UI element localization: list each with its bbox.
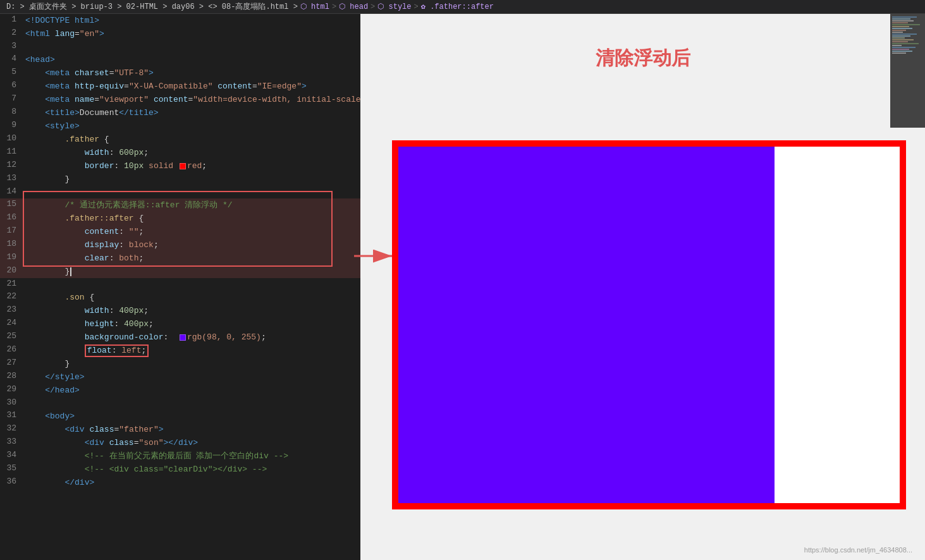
code-line-21: 21 (0, 278, 360, 291)
code-line-31: 31 <body> (0, 410, 360, 423)
code-line-23: 23 width: 400px; (0, 304, 360, 317)
code-line-4: 4 <head> (0, 53, 360, 66)
code-line-27: 27 } (0, 357, 360, 370)
code-line-32: 32 <div class="father"> (0, 423, 360, 436)
code-line-3: 3 (0, 40, 360, 53)
code-line-22: 22 .son { (0, 291, 360, 304)
code-line-24: 24 height: 400px; (0, 317, 360, 331)
code-line-36: 36 </div> (0, 476, 360, 489)
code-line-28: 28 </style> (0, 370, 360, 384)
preview-title: 清除浮动后 (596, 46, 690, 71)
minimap (890, 14, 925, 128)
code-line-34: 34 <!-- 在当前父元素的最后面 添加一个空白的div --> (0, 449, 360, 463)
preview-panel: 清除浮动后 https://blog.csdn.net/jm_4634808..… (360, 14, 925, 560)
code-line-10: 10 .father { (0, 133, 360, 146)
code-lines: 1 <!DOCTYPE html> 2 <html lang="en"> 3 4… (0, 14, 360, 489)
code-line-12: 12 border: 10px solid red; (0, 159, 360, 173)
arrow-right-container (351, 247, 401, 265)
code-line-20: 20 } (0, 265, 360, 278)
code-line-1: 1 <!DOCTYPE html> (0, 14, 360, 27)
main-area: 1 <!DOCTYPE html> 2 <html lang="en"> 3 4… (0, 14, 925, 560)
code-line-9: 9 <style> (0, 119, 360, 133)
son-box (398, 147, 775, 503)
breadcrumb-html: ⬡ html (300, 2, 329, 11)
breadcrumb-text: D: > 桌面文件夹 > briup-3 > 02-HTML > day06 >… (6, 1, 298, 12)
arrow-right-icon (351, 247, 401, 265)
code-line-17: 17 content: ""; (0, 225, 360, 238)
rendered-preview (392, 140, 906, 509)
code-line-25: 25 background-color: rgb(98, 0, 255); (0, 331, 360, 344)
breadcrumb: D: > 桌面文件夹 > briup-3 > 02-HTML > day06 >… (0, 0, 925, 14)
code-line-11: 11 width: 600px; (0, 146, 360, 159)
code-line-16: 16 .father::after { (0, 212, 360, 225)
code-line-18: 18 display: block; (0, 238, 360, 252)
breadcrumb-selector: ✿ .father::after (421, 2, 494, 11)
code-line-26: 26 float: left; (0, 344, 360, 357)
watermark: https://blog.csdn.net/jm_4634808... (804, 546, 912, 554)
code-line-2: 2 <html lang="en"> (0, 27, 360, 40)
code-line-13: 13 } (0, 173, 360, 186)
code-line-5: 5 <meta charset="UTF-8"> (0, 66, 360, 80)
code-line-29: 29 </head> (0, 384, 360, 397)
code-line-8: 8 <title>Document</title> (0, 106, 360, 119)
code-line-15: 15 /* 通过伪元素选择器::after 清除浮动 */ (0, 198, 360, 212)
code-line-33: 33 <div class="son"></div> (0, 436, 360, 449)
code-panel[interactable]: 1 <!DOCTYPE html> 2 <html lang="en"> 3 4… (0, 14, 360, 560)
code-line-14: 14 (0, 186, 360, 198)
code-line-7: 7 <meta name="viewport" content="width=d… (0, 93, 360, 106)
code-line-35: 35 <!-- <div class="clearDiv"></div> --> (0, 463, 360, 476)
breadcrumb-head: ⬡ head (339, 2, 368, 11)
father-box (392, 140, 906, 509)
code-line-30: 30 (0, 397, 360, 410)
code-line-6: 6 <meta http-equiv="X-UA-Compatible" con… (0, 80, 360, 93)
breadcrumb-style: ⬡ style (377, 2, 411, 11)
code-line-19: 19 clear: both; (0, 252, 360, 265)
